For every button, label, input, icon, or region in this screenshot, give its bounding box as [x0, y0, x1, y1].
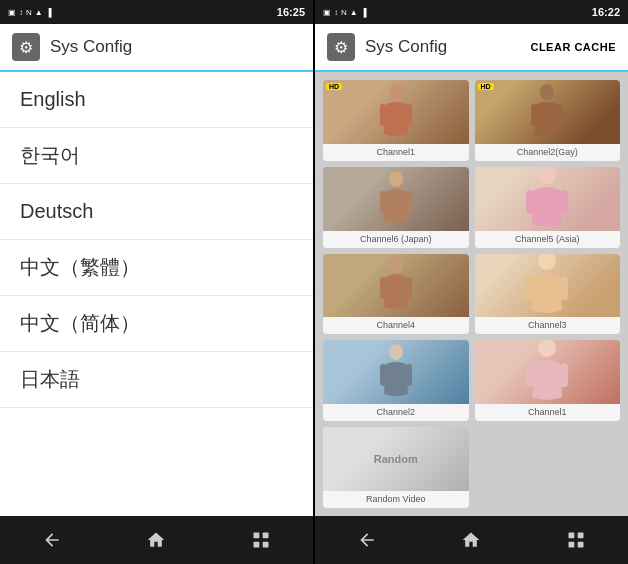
channel-label-1: Channel1 — [323, 144, 469, 161]
left-status-icons-2: ▣ ↕ N ▲ ▐ — [323, 8, 366, 17]
wifi-icon-2: ▲ — [350, 8, 358, 17]
sim-icon: ▣ — [8, 8, 16, 17]
wifi-icon: ▲ — [35, 8, 43, 17]
svg-rect-29 — [577, 533, 583, 539]
svg-rect-8 — [531, 104, 537, 126]
svg-point-16 — [389, 257, 403, 273]
channel-card-4[interactable]: Channel4 — [323, 254, 469, 335]
lang-item-simplified-chinese[interactable]: 中文（简体） — [0, 296, 313, 352]
svg-rect-0 — [253, 533, 259, 539]
channel-card-2[interactable]: Channel2 — [323, 340, 469, 421]
hd-badge-2: HD — [478, 83, 494, 90]
app-icon-2: ⚙ — [327, 33, 355, 61]
svg-point-19 — [538, 254, 556, 271]
svg-rect-2 — [253, 542, 259, 548]
phone-2: ▣ ↕ N ▲ ▐ 16:22 ⚙ Sys Config CLEAR CACHE… — [315, 0, 628, 564]
figure-3 — [376, 171, 416, 231]
nfc-icon: N — [26, 8, 32, 17]
channel-label-1b: Channel1 — [475, 404, 621, 421]
channel-card-1[interactable]: HD Channel1 — [323, 80, 469, 161]
svg-rect-5 — [380, 104, 386, 126]
channel-label-random: Random Video — [323, 491, 469, 508]
home-button-2[interactable] — [449, 518, 493, 562]
channel-label-4: Channel4 — [323, 317, 469, 334]
svg-rect-11 — [380, 191, 386, 213]
phone-1: ▣ ↕ N ▲ ▐ 16:25 ⚙ Sys Config English 한국어… — [0, 0, 313, 564]
svg-rect-30 — [568, 542, 574, 548]
gear-icon-2: ⚙ — [334, 38, 348, 57]
channel-thumb-1: HD — [323, 80, 469, 144]
channel-card-1b[interactable]: Channel1 — [475, 340, 621, 421]
svg-rect-21 — [560, 276, 568, 300]
svg-rect-31 — [577, 542, 583, 548]
svg-point-13 — [538, 167, 556, 184]
hd-badge-1: HD — [326, 83, 342, 90]
channel-thumb-4 — [323, 254, 469, 318]
lang-item-english[interactable]: English — [0, 72, 313, 128]
lang-item-deutsch[interactable]: Deutsch — [0, 184, 313, 240]
figure-7 — [376, 344, 416, 404]
data-icon-2: ↕ — [334, 8, 338, 17]
channel-label-5asia: Channel5 (Asia) — [475, 231, 621, 248]
figure-2 — [527, 84, 567, 144]
signal-icon-2: ▐ — [361, 8, 367, 17]
svg-rect-23 — [380, 364, 386, 386]
channel-label-2: Channel2 — [323, 404, 469, 421]
status-bar-1: ▣ ↕ N ▲ ▐ 16:25 — [0, 0, 313, 24]
svg-rect-17 — [380, 277, 386, 299]
figure-4 — [522, 167, 572, 231]
random-label-thumb: Random — [374, 453, 418, 465]
figure-1 — [376, 84, 416, 144]
svg-rect-6 — [406, 104, 412, 126]
svg-rect-15 — [560, 190, 568, 214]
gear-icon-1: ⚙ — [19, 38, 33, 57]
app-title-1: Sys Config — [50, 37, 301, 57]
app-bar-2: ⚙ Sys Config CLEAR CACHE — [315, 24, 628, 72]
channel-thumb-5asia — [475, 167, 621, 231]
svg-rect-26 — [526, 363, 534, 387]
channel-card-2gay[interactable]: HD Channel2(Gay) — [475, 80, 621, 161]
app-title-2: Sys Config — [365, 37, 520, 57]
lang-item-korean[interactable]: 한국어 — [0, 128, 313, 184]
svg-rect-20 — [526, 276, 534, 300]
svg-point-10 — [389, 171, 403, 187]
channel-label-3: Channel3 — [475, 317, 621, 334]
back-button-1[interactable] — [30, 518, 74, 562]
svg-point-7 — [540, 84, 554, 100]
channel-thumb-3 — [475, 254, 621, 318]
svg-rect-9 — [557, 104, 563, 126]
status-bar-2: ▣ ↕ N ▲ ▐ 16:22 — [315, 0, 628, 24]
svg-point-25 — [538, 340, 556, 357]
channel-label-2gay: Channel2(Gay) — [475, 144, 621, 161]
nfc-icon-2: N — [341, 8, 347, 17]
lang-item-japanese[interactable]: 日本語 — [0, 352, 313, 408]
signal-icon: ▐ — [46, 8, 52, 17]
recents-button-1[interactable] — [239, 518, 283, 562]
status-time-2: 16:22 — [592, 6, 620, 18]
left-status-icons: ▣ ↕ N ▲ ▐ — [8, 8, 51, 17]
recents-button-2[interactable] — [554, 518, 598, 562]
svg-rect-28 — [568, 533, 574, 539]
channel-card-5asia[interactable]: Channel5 (Asia) — [475, 167, 621, 248]
svg-rect-24 — [406, 364, 412, 386]
svg-rect-12 — [406, 191, 412, 213]
svg-rect-18 — [406, 277, 412, 299]
back-button-2[interactable] — [345, 518, 389, 562]
channel-card-3[interactable]: Channel3 — [475, 254, 621, 335]
clear-cache-button[interactable]: CLEAR CACHE — [530, 41, 616, 53]
figure-6 — [522, 254, 572, 318]
lang-item-traditional-chinese[interactable]: 中文（繁體） — [0, 240, 313, 296]
svg-point-22 — [389, 344, 403, 360]
app-bar-1: ⚙ Sys Config — [0, 24, 313, 72]
svg-rect-1 — [262, 533, 268, 539]
channel-thumb-2 — [323, 340, 469, 404]
svg-rect-27 — [560, 363, 568, 387]
channel-card-random[interactable]: Random Random Video — [323, 427, 469, 508]
channel-thumb-2gay: HD — [475, 80, 621, 144]
home-button-1[interactable] — [134, 518, 178, 562]
svg-rect-14 — [526, 190, 534, 214]
channel-thumb-1b — [475, 340, 621, 404]
svg-rect-3 — [262, 542, 268, 548]
channel-card-6japan[interactable]: Channel6 (Japan) — [323, 167, 469, 248]
channel-thumb-6japan — [323, 167, 469, 231]
